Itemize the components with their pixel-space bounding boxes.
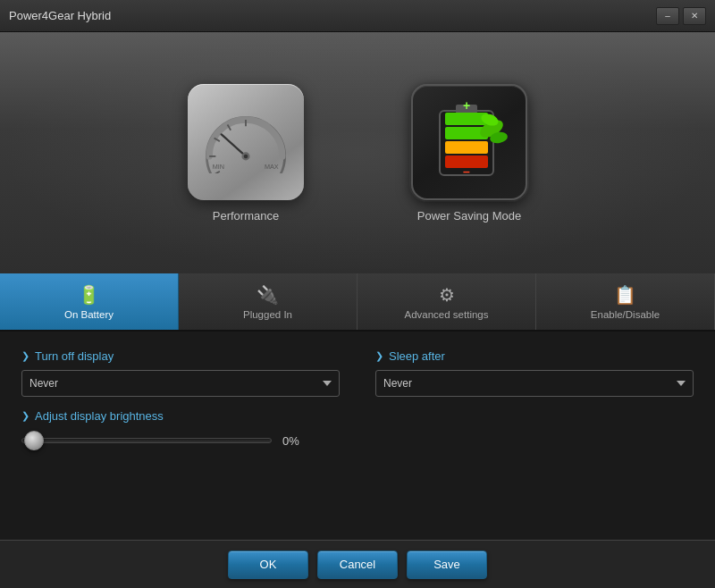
tabs-bar: 🔋 On Battery 🔌 Plugged In ⚙ Advanced set… (0, 273, 715, 332)
save-button[interactable]: Save (407, 550, 487, 579)
power-saving-icon-box[interactable]: + – (411, 84, 527, 200)
brightness-slider-container[interactable] (21, 432, 272, 449)
tab-on-battery[interactable]: 🔋 On Battery (0, 273, 179, 330)
sleep-after-col: Sleep after Never 1 minute 5 minutes 10 … (375, 349, 694, 397)
title-bar: Power4Gear Hybrid – ✕ (0, 0, 715, 32)
performance-item[interactable]: MIN MAX Performance (188, 84, 304, 223)
cancel-button[interactable]: Cancel (317, 550, 398, 579)
brightness-slider-row: 0% (21, 432, 694, 449)
brightness-title: Adjust display brightness (21, 409, 694, 423)
battery-tab-icon: 🔋 (78, 284, 100, 306)
tab-on-battery-label: On Battery (64, 309, 114, 320)
tab-plugged-in[interactable]: 🔌 Plugged In (179, 273, 358, 330)
plug-tab-icon: 🔌 (257, 284, 279, 306)
close-button[interactable]: ✕ (683, 7, 706, 25)
main-content: MIN MAX Performance + (0, 32, 715, 588)
window-title: Power4Gear Hybrid (9, 9, 111, 22)
svg-point-10 (244, 154, 248, 158)
power-saving-item[interactable]: + – Power Saving Mode (411, 84, 527, 223)
brightness-section: Adjust display brightness 0% (21, 409, 694, 449)
svg-text:+: + (463, 98, 470, 113)
svg-text:–: – (463, 164, 470, 179)
settings-tab-icon: ⚙ (439, 284, 455, 306)
brightness-value: 0% (282, 434, 309, 448)
turn-off-display-dropdown[interactable]: Never 1 minute 5 minutes 10 minutes 15 m… (21, 370, 340, 397)
tab-plugged-in-label: Plugged In (243, 309, 292, 320)
brightness-slider-track (21, 438, 272, 443)
toggle-tab-icon: 📋 (614, 284, 636, 306)
turn-off-display-title: Turn off display (21, 349, 340, 363)
sleep-after-title: Sleep after (375, 349, 694, 363)
tab-enable-label: Enable/Disable (591, 309, 660, 320)
header-area: MIN MAX Performance + (0, 32, 715, 273)
svg-rect-16 (445, 141, 488, 154)
content-section: Turn off display Never 1 minute 5 minute… (0, 332, 715, 449)
performance-label: Performance (213, 209, 279, 223)
brightness-slider-thumb[interactable] (24, 431, 44, 450)
turn-off-display-col: Turn off display Never 1 minute 5 minute… (21, 349, 340, 397)
speedometer-svg: MIN MAX (201, 111, 290, 173)
bottom-bar: OK Cancel Save (0, 540, 715, 588)
window-controls: – ✕ (656, 7, 706, 25)
ok-button[interactable]: OK (228, 550, 308, 579)
svg-line-3 (214, 171, 220, 172)
minimize-button[interactable]: – (656, 7, 679, 25)
svg-text:MIN: MIN (213, 162, 224, 170)
power-saving-label: Power Saving Mode (417, 209, 521, 223)
tab-enable-disable[interactable]: 📋 Enable/Disable (536, 273, 715, 330)
performance-icon-box[interactable]: MIN MAX (188, 84, 304, 200)
svg-text:MAX: MAX (265, 162, 279, 170)
display-sleep-row: Turn off display Never 1 minute 5 minute… (21, 349, 694, 397)
tab-advanced-label: Advanced settings (405, 309, 489, 320)
svg-line-8 (222, 134, 246, 156)
tab-advanced-settings[interactable]: ⚙ Advanced settings (358, 273, 536, 330)
battery-eco-svg: + – (429, 97, 509, 187)
sleep-after-dropdown[interactable]: Never 1 minute 5 minutes 10 minutes 15 m… (375, 370, 694, 397)
